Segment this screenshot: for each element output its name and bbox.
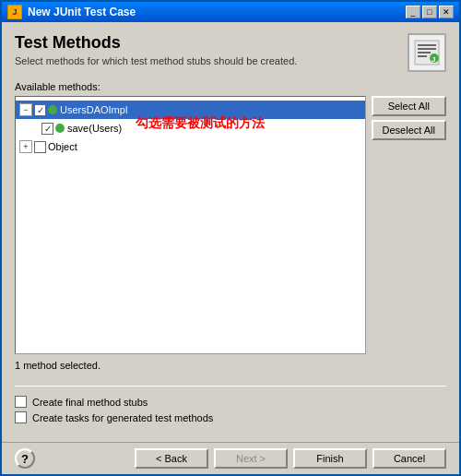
- label-object: Object: [48, 141, 77, 152]
- svg-rect-2: [418, 48, 436, 50]
- maximize-button[interactable]: □: [422, 6, 437, 18]
- checkbox-object[interactable]: [34, 141, 46, 153]
- expander-usersDAOImpl[interactable]: −: [19, 103, 32, 116]
- checkbox-usersDAOImpl[interactable]: [34, 104, 46, 116]
- finish-button[interactable]: Finish: [293, 448, 367, 469]
- label-tasks: Create tasks for generated test methods: [32, 412, 213, 423]
- page-icon: J: [408, 33, 446, 72]
- svg-rect-4: [418, 55, 427, 57]
- window-title: New JUnit Test Case: [28, 6, 406, 18]
- bottom-bar: ? < Back Next > Finish Cancel: [2, 442, 459, 474]
- methods-container: − UsersDAOImpl save(Users) + Object: [15, 96, 446, 354]
- help-button[interactable]: ?: [15, 448, 35, 469]
- navigation-buttons: < Back Next > Finish Cancel: [135, 448, 446, 469]
- divider: [15, 386, 446, 387]
- junit-icon: J: [413, 39, 441, 66]
- label-save: save(Users): [67, 123, 122, 134]
- dot-usersDAOImpl: [48, 105, 57, 114]
- page-title: Test Methods: [15, 33, 408, 53]
- window-controls: _ □ ✕: [406, 6, 454, 18]
- checkbox-save[interactable]: [41, 123, 53, 135]
- deselect-all-button[interactable]: Deselect All: [372, 120, 446, 140]
- checkbox-row-tasks: Create tasks for generated test methods: [15, 411, 446, 423]
- page-header-text: Test Methods Select methods for which te…: [15, 33, 408, 66]
- tree-panel[interactable]: − UsersDAOImpl save(Users) + Object: [15, 96, 366, 354]
- cancel-button[interactable]: Cancel: [372, 448, 446, 469]
- content-area: Test Methods Select methods for which te…: [2, 22, 459, 442]
- svg-rect-3: [418, 52, 431, 54]
- checkboxes-section: Create final method stubs Create tasks f…: [15, 396, 446, 427]
- main-window: J New JUnit Test Case _ □ ✕ Test Methods…: [0, 0, 461, 476]
- checkbox-row-final: Create final method stubs: [15, 396, 446, 408]
- page-subtitle: Select methods for which test method stu…: [15, 55, 408, 66]
- label-final-stubs: Create final method stubs: [32, 397, 148, 408]
- back-button[interactable]: < Back: [135, 448, 208, 469]
- svg-text:J: J: [431, 55, 435, 64]
- tree-item-object[interactable]: + Object: [16, 137, 365, 156]
- label-usersDAOImpl: UsersDAOImpl: [60, 104, 127, 115]
- window-icon: J: [7, 5, 22, 19]
- dot-save: [55, 124, 65, 133]
- checkbox-final-stubs[interactable]: [15, 396, 27, 408]
- title-bar: J New JUnit Test Case _ □ ✕: [2, 2, 459, 22]
- tree-item-save[interactable]: save(Users): [16, 119, 365, 137]
- close-button[interactable]: ✕: [439, 6, 454, 18]
- status-text: 1 method selected.: [15, 360, 446, 371]
- sidebar-buttons: Select All Deselect All: [372, 96, 446, 354]
- svg-rect-1: [418, 44, 436, 46]
- checkbox-tasks[interactable]: [15, 411, 27, 423]
- page-header: Test Methods Select methods for which te…: [15, 33, 446, 72]
- next-button[interactable]: Next >: [214, 448, 288, 469]
- select-all-button[interactable]: Select All: [372, 96, 446, 116]
- tree-item-usersDAOImpl[interactable]: − UsersDAOImpl: [16, 101, 365, 119]
- expander-object[interactable]: +: [19, 140, 32, 153]
- available-methods-label: Available methods:: [15, 81, 446, 92]
- minimize-button[interactable]: _: [406, 6, 420, 18]
